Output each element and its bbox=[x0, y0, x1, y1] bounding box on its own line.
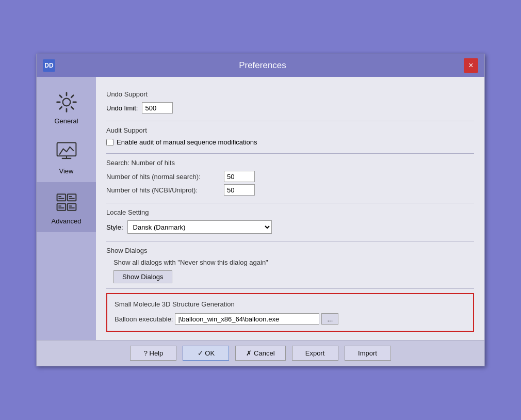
view-label: View bbox=[59, 167, 74, 175]
import-button[interactable]: Import bbox=[345, 346, 391, 361]
help-button[interactable]: ? Help bbox=[130, 346, 176, 361]
sidebar: General View bbox=[37, 77, 96, 340]
footer: ? Help ✓ OK ✗ Cancel Export Import bbox=[37, 340, 484, 366]
close-button[interactable]: × bbox=[464, 58, 478, 73]
preferences-dialog: DD Preferences × General bbox=[36, 54, 485, 366]
audit-checkbox[interactable] bbox=[106, 139, 113, 146]
locale-style-label: Style: bbox=[106, 223, 123, 231]
undo-limit-label: Undo limit: bbox=[106, 104, 138, 112]
title-bar: DD Preferences × bbox=[37, 54, 484, 77]
advanced-label: Advanced bbox=[52, 217, 82, 225]
molecule-3d-section: Small Molecule 3D Structure Generation B… bbox=[106, 293, 474, 332]
content-area: Undo Support Undo limit: Audit Support E… bbox=[96, 77, 484, 340]
svg-rect-5 bbox=[67, 194, 76, 201]
export-button[interactable]: Export bbox=[292, 346, 338, 361]
undo-support-label: Undo Support bbox=[106, 90, 474, 98]
audit-checkbox-label: Enable audit of manual sequence modifica… bbox=[117, 138, 257, 146]
advanced-icon bbox=[54, 189, 79, 215]
svg-rect-4 bbox=[57, 194, 66, 201]
locale-section: Locale Setting Style: Dansk (Danmark) En… bbox=[106, 203, 474, 241]
normal-hits-label: Number of hits (normal search): bbox=[106, 173, 220, 181]
search-hits-label: Search: Number of hits bbox=[106, 159, 474, 167]
locale-style-row: Style: Dansk (Danmark) English (US) Deut… bbox=[106, 220, 474, 234]
undo-limit-row: Undo limit: bbox=[106, 102, 474, 114]
ncbi-hits-input[interactable] bbox=[224, 184, 255, 196]
balloon-input[interactable] bbox=[175, 313, 319, 325]
locale-style-select[interactable]: Dansk (Danmark) English (US) Deutsch (De… bbox=[127, 220, 272, 234]
svg-point-0 bbox=[62, 99, 70, 106]
show-dialogs-section: Show Dialogs Show all dialogs with "Neve… bbox=[106, 241, 474, 289]
locale-label: Locale Setting bbox=[106, 208, 474, 216]
undo-limit-input[interactable] bbox=[142, 102, 173, 114]
undo-support-section: Undo Support Undo limit: bbox=[106, 85, 474, 121]
ncbi-hits-label: Number of hits (NCBI/Uniprot): bbox=[106, 186, 220, 194]
molecule-3d-title: Small Molecule 3D Structure Generation bbox=[115, 300, 466, 308]
dialog-body: General View bbox=[37, 77, 484, 340]
ok-button[interactable]: ✓ OK bbox=[183, 346, 229, 361]
show-dialogs-description: Show all dialogs with "Never show this d… bbox=[113, 259, 474, 266]
normal-hits-input[interactable] bbox=[224, 171, 255, 182]
audit-support-label: Audit Support bbox=[106, 126, 474, 134]
app-icon: DD bbox=[43, 59, 55, 72]
audit-support-section: Audit Support Enable audit of manual seq… bbox=[106, 121, 474, 154]
sidebar-item-view[interactable]: View bbox=[37, 132, 96, 182]
show-dialogs-button[interactable]: Show Dialogs bbox=[113, 270, 172, 283]
dialog-title: Preferences bbox=[61, 60, 464, 71]
ncbi-hits-row: Number of hits (NCBI/Uniprot): bbox=[106, 184, 474, 196]
balloon-row: Balloon executable: ... bbox=[115, 313, 466, 325]
sidebar-item-advanced[interactable]: Advanced bbox=[37, 182, 96, 232]
view-icon bbox=[54, 139, 79, 165]
sidebar-item-general[interactable]: General bbox=[37, 82, 96, 132]
normal-hits-row: Number of hits (normal search): bbox=[106, 171, 474, 182]
audit-checkbox-row: Enable audit of manual sequence modifica… bbox=[106, 138, 474, 146]
search-hits-section: Search: Number of hits Number of hits (n… bbox=[106, 154, 474, 203]
svg-rect-6 bbox=[57, 204, 66, 211]
general-icon bbox=[54, 89, 79, 115]
show-dialogs-section-label: Show Dialogs bbox=[106, 247, 474, 254]
general-label: General bbox=[54, 117, 78, 125]
cancel-button[interactable]: ✗ Cancel bbox=[235, 346, 285, 361]
balloon-label: Balloon executable: bbox=[115, 315, 173, 323]
svg-rect-7 bbox=[67, 204, 76, 211]
browse-button[interactable]: ... bbox=[321, 313, 338, 325]
